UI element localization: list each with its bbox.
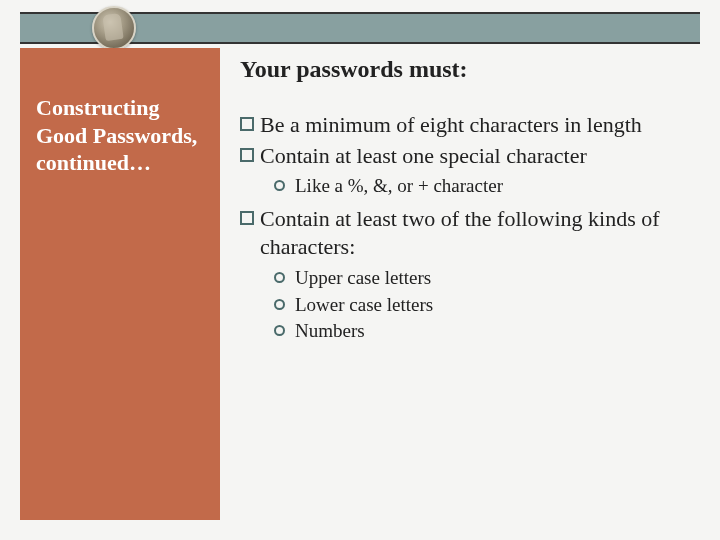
sub-list-item: Like a %, &, or + character [274, 174, 682, 199]
sub-list: Like a %, &, or + character [274, 174, 682, 199]
sub-list: Upper case letters Lower case letters Nu… [274, 266, 682, 344]
bullet-text: Contain at least one special character [260, 142, 587, 171]
list-item: Be a minimum of eight characters in leng… [240, 111, 682, 140]
slide-body: Constructing Good Passwords, continued… … [20, 48, 700, 520]
circle-bullet-icon [274, 180, 285, 191]
square-bullet-icon [240, 117, 254, 131]
sub-bullet-text: Like a %, &, or + character [295, 174, 503, 199]
list-item: Contain at least one special character [240, 142, 682, 171]
circle-bullet-icon [274, 325, 285, 336]
slide-heading: Your passwords must: [240, 56, 682, 83]
square-bullet-icon [240, 148, 254, 162]
main-content: Your passwords must: Be a minimum of eig… [220, 48, 700, 520]
sub-bullet-text: Upper case letters [295, 266, 431, 291]
list-item: Contain at least two of the following ki… [240, 205, 682, 262]
circle-bullet-icon [274, 272, 285, 283]
requirements-list: Be a minimum of eight characters in leng… [240, 111, 682, 344]
bullet-text: Contain at least two of the following ki… [260, 205, 682, 262]
sub-list-item: Numbers [274, 319, 682, 344]
medallion-icon [92, 6, 136, 50]
sub-list-item: Upper case letters [274, 266, 682, 291]
sub-list-item: Lower case letters [274, 293, 682, 318]
square-bullet-icon [240, 211, 254, 225]
bullet-text: Be a minimum of eight characters in leng… [260, 111, 642, 140]
sub-bullet-text: Numbers [295, 319, 365, 344]
sidebar: Constructing Good Passwords, continued… [20, 48, 220, 520]
sidebar-title: Constructing Good Passwords, continued… [36, 94, 204, 177]
circle-bullet-icon [274, 299, 285, 310]
sub-bullet-text: Lower case letters [295, 293, 433, 318]
